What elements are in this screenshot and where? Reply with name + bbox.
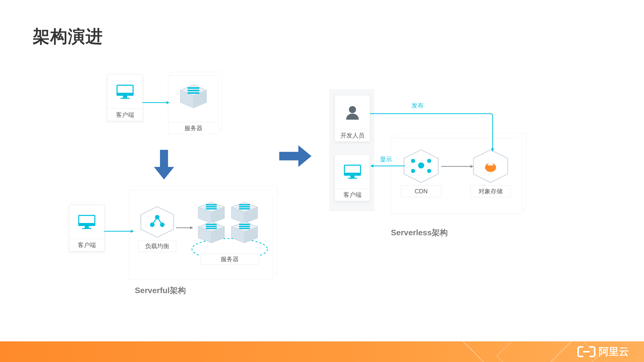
caption-serverless: Serverless架构 bbox=[391, 227, 448, 238]
svg-marker-11 bbox=[167, 101, 170, 104]
arrow-right-icon bbox=[104, 229, 134, 234]
svg-rect-49 bbox=[239, 228, 250, 229]
svg-rect-17 bbox=[82, 228, 91, 229]
server-icon bbox=[168, 83, 219, 110]
svg-rect-47 bbox=[239, 224, 250, 225]
svg-rect-55 bbox=[279, 152, 299, 160]
card-label: 客户端 bbox=[107, 109, 143, 121]
footer bbox=[0, 341, 644, 362]
svg-point-63 bbox=[418, 162, 424, 168]
svg-rect-42 bbox=[206, 226, 217, 227]
arrow-right-icon bbox=[441, 164, 474, 169]
svg-rect-15 bbox=[79, 223, 95, 225]
user-icon bbox=[335, 95, 370, 129]
svg-rect-48 bbox=[239, 226, 250, 227]
arrow-left-icon bbox=[370, 163, 405, 168]
slide-root: 架构演进 客户端 服务器 bbox=[0, 0, 644, 362]
edge-label-display: 显示 bbox=[380, 155, 392, 163]
svg-marker-18 bbox=[141, 207, 174, 237]
svg-rect-31 bbox=[206, 208, 217, 209]
svg-rect-35 bbox=[239, 204, 250, 205]
hex-label: 对象存储 bbox=[478, 188, 503, 195]
svg-rect-29 bbox=[206, 204, 217, 205]
svg-rect-16 bbox=[85, 226, 89, 228]
svg-marker-54 bbox=[190, 226, 193, 229]
svg-rect-3 bbox=[120, 98, 130, 99]
arrow-publish-icon bbox=[370, 105, 496, 160]
svg-rect-41 bbox=[206, 224, 217, 225]
svg-marker-13 bbox=[154, 167, 174, 179]
svg-point-57 bbox=[349, 106, 356, 113]
card-label: 客户端 bbox=[335, 189, 370, 201]
card-label: 开发人员 bbox=[335, 129, 370, 142]
svg-rect-1 bbox=[117, 93, 133, 95]
svg-marker-56 bbox=[298, 145, 311, 167]
panel-label: 服务器 bbox=[168, 122, 219, 134]
aliyun-logo: 阿里云 bbox=[578, 345, 629, 358]
svg-point-66 bbox=[411, 169, 415, 173]
arrow-right-large-icon bbox=[279, 145, 312, 167]
arrow-right-icon bbox=[142, 100, 170, 105]
svg-rect-7 bbox=[187, 87, 199, 89]
card-client-2: 客户端 bbox=[69, 205, 104, 251]
svg-marker-72 bbox=[491, 148, 494, 152]
monitor-icon bbox=[107, 75, 143, 109]
svg-rect-12 bbox=[160, 150, 168, 167]
svg-rect-2 bbox=[123, 96, 127, 98]
svg-rect-43 bbox=[206, 228, 217, 229]
svg-marker-52 bbox=[131, 230, 134, 233]
svg-rect-9 bbox=[187, 92, 199, 94]
panel-server-single: 服务器 bbox=[168, 75, 219, 134]
arrow-down-large-icon bbox=[154, 150, 174, 180]
svg-rect-8 bbox=[187, 90, 199, 91]
monitor-icon bbox=[69, 205, 104, 239]
card-developer: 开发人员 bbox=[335, 95, 370, 142]
cluster-label: 服务器 bbox=[221, 256, 239, 262]
svg-rect-36 bbox=[239, 206, 250, 207]
brand-text: 阿里云 bbox=[599, 345, 629, 358]
monitor-icon bbox=[335, 155, 370, 189]
svg-marker-74 bbox=[370, 164, 373, 167]
aliyun-bracket-icon bbox=[578, 345, 595, 358]
card-label: 客户端 bbox=[69, 239, 104, 251]
page-title: 架构演进 bbox=[33, 25, 103, 48]
server-cluster-icon: 服务器 bbox=[191, 200, 269, 265]
hex-label: 负载均衡 bbox=[145, 243, 169, 249]
card-client-1: 客户端 bbox=[107, 74, 142, 121]
card-client-3: 客户端 bbox=[335, 154, 370, 201]
svg-rect-59 bbox=[344, 173, 360, 175]
edge-label-publish: 发布 bbox=[412, 102, 424, 110]
svg-rect-61 bbox=[348, 178, 357, 179]
svg-marker-76 bbox=[470, 165, 473, 168]
svg-rect-60 bbox=[350, 176, 354, 178]
svg-point-67 bbox=[427, 169, 431, 173]
caption-serverful: Serverful架构 bbox=[135, 285, 186, 296]
svg-rect-37 bbox=[239, 208, 250, 209]
arrow-right-icon bbox=[176, 225, 194, 230]
hex-label: CDN bbox=[415, 188, 428, 195]
load-balancer-icon: 负载均衡 bbox=[138, 205, 176, 253]
svg-rect-30 bbox=[206, 206, 217, 207]
